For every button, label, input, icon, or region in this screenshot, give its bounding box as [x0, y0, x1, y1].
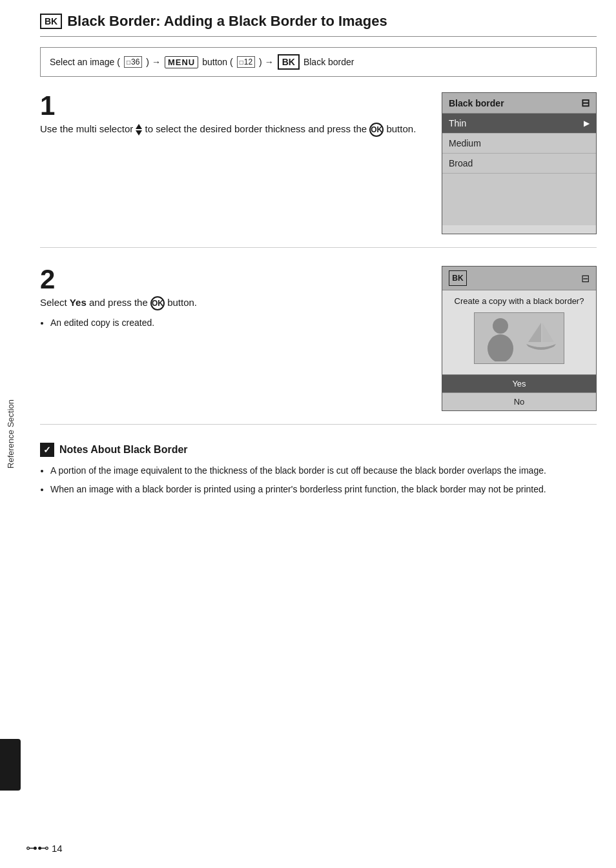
svg-marker-2: [528, 323, 541, 342]
step-1-number: 1: [40, 92, 429, 119]
step-2-section: 2 Select Yes and press the OK button. An…: [40, 266, 597, 425]
notes-header: ✓ Notes About Black Border: [40, 443, 597, 457]
sidebar: Reference Section: [0, 0, 21, 868]
breadcrumb-text3: button (: [202, 57, 232, 67]
book-icon-2: □: [240, 59, 243, 66]
step2-image-preview: [474, 312, 564, 364]
notes-section: ✓ Notes About Black Border A portion of …: [40, 443, 597, 496]
step-1-section: 1 Use the multi selector to select the d…: [40, 92, 597, 248]
step1-text1: Use the multi selector: [40, 123, 136, 134]
step1-screen-empty: [442, 174, 596, 225]
triangle-down-icon: [136, 130, 142, 136]
svg-point-0: [493, 318, 508, 334]
battery-icon: ⊟: [581, 97, 590, 109]
breadcrumb: Select an image ( □36 ) → MENU button ( …: [40, 47, 597, 77]
step2-screen-header: BK ⊟: [442, 267, 596, 290]
triangle-up-icon: [136, 124, 142, 129]
book-icon-1: □: [127, 59, 130, 66]
step2-bold: Yes: [70, 297, 87, 308]
step2-bullets: An edited copy is created.: [40, 316, 429, 330]
bk-icon-title: BK: [40, 14, 62, 29]
step-1-text: Use the multi selector to select the des…: [40, 122, 429, 137]
bk-icon-breadcrumb: BK: [278, 54, 300, 70]
note-item-2: When an image with a black border is pri…: [50, 482, 597, 496]
svg-point-1: [488, 334, 513, 361]
page-title: BK Black Border: Adding a Black Border t…: [40, 13, 597, 37]
multi-selector-icon: [136, 124, 142, 136]
ok-circle-step2: OK: [150, 296, 165, 310]
step1-menu-thin[interactable]: Thin ▶: [442, 114, 596, 134]
page-footer: ⊶⊷ 14: [26, 841, 63, 855]
footer-page-number: 14: [52, 843, 63, 854]
bk-icon-screen2: BK: [449, 270, 467, 286]
step2-text3: button.: [167, 297, 197, 308]
step-1-right: Black border ⊟ Thin ▶ Medium Broad: [442, 92, 597, 234]
step2-camera-screen: BK ⊟ Create a copy with a black border?: [442, 266, 597, 411]
step-2-right: BK ⊟ Create a copy with a black border?: [442, 266, 597, 411]
chevron-right-icon: ▶: [584, 119, 590, 128]
breadcrumb-text4: ) →: [259, 57, 274, 67]
broad-label: Broad: [449, 158, 473, 168]
page-title-text: Black Border: Adding a Black Border to I…: [67, 13, 387, 30]
footer-icon: ⊶⊷: [26, 841, 49, 855]
step1-text3: button.: [386, 123, 416, 134]
step1-menu-medium[interactable]: Medium: [442, 134, 596, 154]
medium-label: Medium: [449, 138, 481, 148]
step-2-number: 2: [40, 266, 429, 293]
step1-screen-header: Black border ⊟: [442, 93, 596, 114]
breadcrumb-text5: Black border: [303, 57, 354, 67]
step2-prompt: Create a copy with a black border?: [449, 296, 590, 307]
ok-circle-step1: OK: [369, 123, 384, 137]
check-badge-icon: ✓: [40, 443, 54, 457]
sidebar-label: Reference Section: [6, 399, 15, 469]
step1-text2: to select the desired border thickness a…: [145, 123, 370, 134]
battery-icon-2: ⊟: [581, 272, 590, 285]
step-2-left: 2 Select Yes and press the OK button. An…: [40, 266, 429, 411]
step2-no-button[interactable]: No: [442, 392, 596, 410]
note-item-1: A portion of the image equivalent to the…: [50, 463, 597, 478]
breadcrumb-text2: ) →: [146, 57, 161, 67]
notes-list: A portion of the image equivalent to the…: [40, 463, 597, 496]
step1-camera-screen: Black border ⊟ Thin ▶ Medium Broad: [442, 92, 597, 234]
thin-label: Thin: [449, 118, 466, 128]
breadcrumb-text1: Select an image (: [50, 57, 120, 67]
person-silhouette: [481, 316, 520, 361]
page-ref-2: □12: [237, 56, 255, 68]
svg-marker-3: [542, 323, 554, 342]
step2-text2: and press the: [87, 297, 150, 308]
page-ref-1: □36: [124, 56, 142, 68]
step-2-text: Select Yes and press the OK button.: [40, 296, 429, 310]
step2-bullet-item: An edited copy is created.: [50, 316, 429, 330]
notes-title: Notes About Black Border: [59, 444, 188, 456]
sidebar-tab: [0, 739, 21, 791]
step1-screen-title: Black border: [449, 98, 504, 108]
step-1-left: 1 Use the multi selector to select the d…: [40, 92, 429, 234]
step2-yes-button[interactable]: Yes: [442, 374, 596, 392]
step2-screen-body: Create a copy with a black border?: [442, 290, 596, 374]
menu-badge: MENU: [165, 56, 198, 68]
boat-silhouette: [525, 319, 557, 352]
main-content: BK Black Border: Adding a Black Border t…: [21, 0, 616, 520]
step1-menu-broad[interactable]: Broad: [442, 154, 596, 174]
step2-text1: Select: [40, 297, 70, 308]
